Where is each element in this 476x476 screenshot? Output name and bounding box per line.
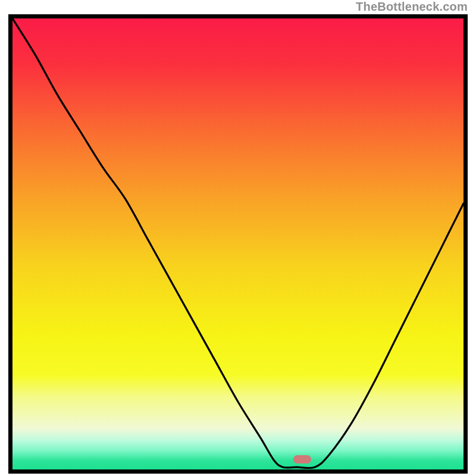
- optimal-marker: [293, 455, 311, 464]
- watermark-text: TheBottleneck.com: [356, 0, 468, 14]
- bottleneck-curve-path: [12, 18, 464, 468]
- chart-frame: [8, 14, 468, 474]
- curve-layer: [12, 18, 464, 469]
